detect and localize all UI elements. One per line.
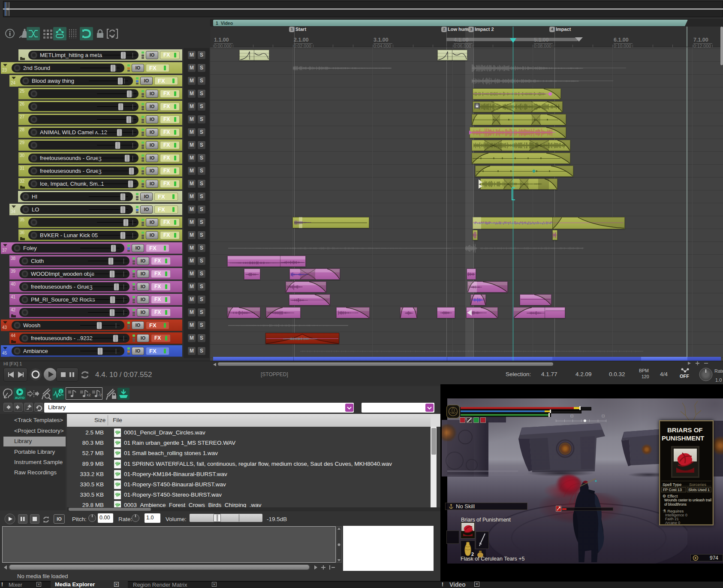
svg-text:AUTO: AUTO — [15, 396, 25, 400]
